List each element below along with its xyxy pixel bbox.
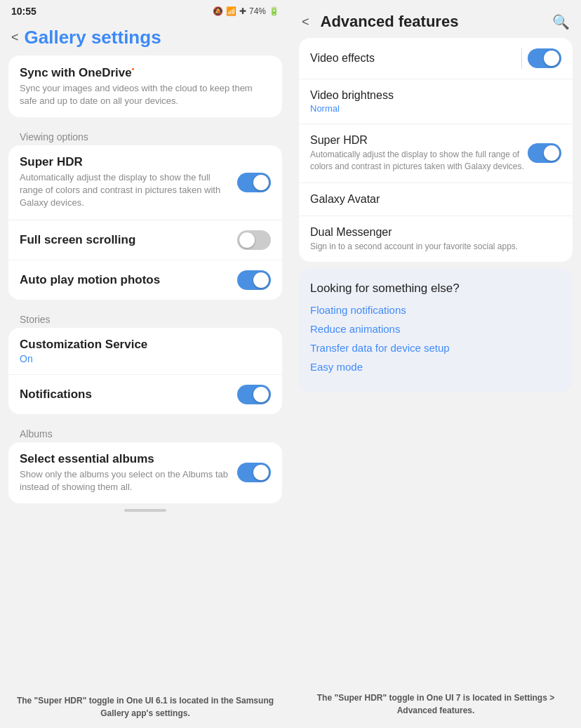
sync-desc: Sync your images and videos with the clo… [20,82,265,107]
easy-mode-link[interactable]: Easy mode [310,361,561,373]
right-super-hdr-desc: Automatically adjust the display to show… [310,149,528,173]
auto-play-toggle[interactable] [237,270,271,290]
galaxy-avatar-title: Galaxy Avatar [310,193,561,206]
sync-text: Sync with OneDrive• Sync your images and… [20,65,271,107]
sync-onedrive-item[interactable]: Sync with OneDrive• Sync your images and… [8,55,282,117]
super-hdr-toggle[interactable] [237,173,271,192]
dual-messenger-title: Dual Messenger [310,226,561,239]
video-effects-title: Video effects [310,52,516,65]
select-essential-title: Select essential albums [20,452,232,466]
back-icon[interactable]: < [11,30,19,45]
stories-label: Stories [8,305,282,328]
wifi-icon: 📶 [226,6,236,16]
super-hdr-desc: Automatically adjust the display to show… [20,171,232,210]
notifications-toggle[interactable] [237,385,271,404]
battery-icon: 🔋 [269,6,279,16]
albums-card: Select essential albums Show only the al… [8,442,282,503]
full-screen-title: Full screen scrolling [20,233,232,247]
right-super-hdr-text: Super HDR Automatically adjust the displ… [310,134,528,173]
right-title-group: < Advanced features [302,13,458,31]
mute-icon: 🔕 [213,6,223,16]
dual-messenger-desc: Sign in to a second account in your favo… [310,241,561,253]
battery-level: 74% [249,6,266,16]
select-essential-desc: Show only the albums you select on the A… [20,468,232,494]
dual-messenger-text: Dual Messenger Sign in to a second accou… [310,226,561,253]
sync-title: Sync with OneDrive• [20,65,265,80]
auto-play-text: Auto play motion photos [20,273,237,287]
page-header: < Gallery settings [0,20,290,55]
status-time: 10:55 [11,6,36,17]
galaxy-avatar-text: Galaxy Avatar [310,193,561,206]
left-scroll-area: Sync with OneDrive• Sync your images and… [0,55,290,689]
right-super-hdr-title: Super HDR [310,134,528,147]
scroll-indicator [124,509,166,512]
select-essential-text: Select essential albums Show only the al… [20,452,237,494]
sync-card: Sync with OneDrive• Sync your images and… [8,55,282,117]
left-caption: The "Super HDR" toggle in One UI 6.1 is … [0,689,290,728]
super-hdr-item[interactable]: Super HDR Automatically adjust the displ… [8,145,282,220]
viewing-label: Viewing options [8,123,282,145]
right-panel: < Advanced features 🔍 Video effects Vide… [290,0,581,728]
reduce-animations-link[interactable]: Reduce animations [310,323,561,335]
full-screen-toggle[interactable] [237,230,271,250]
video-brightness-title: Video brightness [310,89,561,102]
select-essential-item[interactable]: Select essential albums Show only the al… [8,442,282,503]
video-effects-toggle[interactable] [528,48,561,68]
divider [521,48,522,69]
status-icons: 🔕 📶 ✚ 74% 🔋 [213,6,279,16]
right-super-hdr-toggle[interactable] [528,143,561,163]
right-back-icon[interactable]: < [302,15,309,29]
video-brightness-text: Video brightness Normal [310,89,561,114]
albums-label: Albums [8,420,282,442]
galaxy-avatar-item[interactable]: Galaxy Avatar [299,183,573,216]
search-icon[interactable]: 🔍 [552,13,570,30]
stories-card: Customization Service On Notifications [8,328,282,414]
full-screen-text: Full screen scrolling [20,233,237,247]
status-bar: 10:55 🔕 📶 ✚ 74% 🔋 [0,0,290,20]
suggestion-title: Looking for something else? [310,282,561,296]
bluetooth-icon: ✚ [239,6,246,16]
video-brightness-sub: Normal [310,103,561,114]
video-effects-text: Video effects [310,52,516,65]
right-scroll-area: Video effects Video brightness Normal Su… [290,38,581,684]
floating-notifications-link[interactable]: Floating notifications [310,304,561,316]
customization-sub: On [20,353,265,364]
transfer-data-link[interactable]: Transfer data for device setup [310,342,561,354]
suggestion-card: Looking for something else? Floating not… [299,269,573,392]
customization-text: Customization Service On [20,338,271,364]
right-super-hdr-item[interactable]: Super HDR Automatically adjust the displ… [299,124,573,183]
right-caption: The "Super HDR" toggle in One UI 7 is lo… [290,684,581,728]
viewing-card: Super HDR Automatically adjust the displ… [8,145,282,300]
right-header: < Advanced features 🔍 [290,0,581,38]
notifications-text: Notifications [20,388,237,402]
super-hdr-text: Super HDR Automatically adjust the displ… [20,155,237,210]
notifications-title: Notifications [20,388,232,402]
dual-messenger-item[interactable]: Dual Messenger Sign in to a second accou… [299,216,573,263]
super-hdr-title: Super HDR [20,155,232,169]
notifications-item[interactable]: Notifications [8,375,282,414]
full-screen-item[interactable]: Full screen scrolling [8,220,282,260]
right-page-title: Advanced features [321,13,459,31]
customization-item[interactable]: Customization Service On [8,328,282,375]
right-settings-card: Video effects Video brightness Normal Su… [299,38,573,262]
auto-play-title: Auto play motion photos [20,273,232,287]
left-panel: 10:55 🔕 📶 ✚ 74% 🔋 < Gallery settings Syn… [0,0,290,728]
video-effects-item[interactable]: Video effects [299,38,573,79]
page-title: Gallery settings [25,27,161,48]
customization-title: Customization Service [20,338,265,352]
video-brightness-item[interactable]: Video brightness Normal [299,79,573,124]
select-essential-toggle[interactable] [237,463,271,482]
auto-play-item[interactable]: Auto play motion photos [8,260,282,300]
